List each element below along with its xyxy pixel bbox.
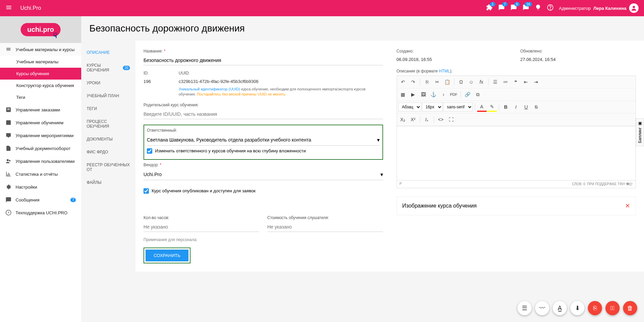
tab-registry[interactable]: РЕЕСТР ОБУЧЕННЫХ ОТ [84, 158, 133, 176]
bold-icon[interactable]: B [501, 102, 511, 112]
hours-input[interactable] [143, 222, 259, 232]
fontsize-select[interactable]: 16px [422, 103, 443, 111]
list-ol-icon[interactable]: ≔ [501, 77, 510, 87]
sidebar-item-orders[interactable]: Управление заказами [0, 103, 81, 116]
tab-plan[interactable]: УЧЕБНЫЙ ПЛАН [84, 89, 133, 102]
tab-files[interactable]: ФАЙЛЫ [84, 176, 133, 189]
notes-label: Примечания для персонала: [143, 237, 383, 242]
responsible-select[interactable]: Светлана Шавкунова, Руководитель отдела … [147, 135, 380, 146]
image-card: Изображение курса обучения ✕ [397, 196, 636, 215]
user-info[interactable]: Администратор Лера Калинина [559, 3, 639, 13]
fontfamily-select[interactable]: sans-serif [443, 103, 473, 111]
underline-icon[interactable]: U [521, 102, 531, 112]
list-ul-icon[interactable]: ☰ [491, 77, 500, 87]
strike-icon[interactable]: S [532, 102, 541, 112]
id-label: ID: [143, 71, 171, 76]
image-icon[interactable]: 🖼 [419, 90, 428, 99]
textcolor-icon[interactable]: A [477, 102, 487, 112]
tab-courses[interactable]: КУРСЫ ОБУЧЕНИЯ20 [84, 59, 133, 77]
tab-process[interactable]: ПРОЦЕСС ОБУЧЕНИЯ [84, 115, 133, 133]
chat-icon-2[interactable]: 6 [510, 4, 517, 12]
cost-label: Стоимость обучения слушателя: [267, 215, 383, 220]
badge: 7 [70, 198, 76, 202]
published-checkbox[interactable] [143, 188, 149, 194]
clear-format-icon[interactable]: Iₓ [422, 115, 432, 124]
chat-icon-3[interactable]: 16 [523, 4, 529, 12]
responsible-deep-checkbox[interactable] [147, 148, 152, 154]
indent-icon[interactable]: ⇥ [531, 77, 541, 87]
sidebar-item-support[interactable]: Техподдержка UCHI.PRO [0, 206, 81, 219]
image-card-title: Изображение курса обучения [402, 203, 477, 209]
tab-lessons[interactable]: УРОКИ [84, 77, 133, 89]
subscript-icon[interactable]: X₂ [398, 115, 408, 124]
puzzle-icon[interactable]: 1 [486, 4, 493, 12]
svg-point-3 [7, 159, 9, 161]
sidebar-item-materials[interactable]: Учебные материалы и курсы [0, 43, 81, 56]
chat-icon-1[interactable]: 7 [498, 4, 505, 12]
vendor-label: Вендор: * [143, 163, 383, 167]
uuid-value: c329b131-472b-4fac-92fe-45b3cf6b9306 [179, 78, 383, 85]
vendor-select[interactable]: Uchi.Pro ▾ [143, 169, 383, 180]
link-icon[interactable]: 🔗 [463, 90, 472, 99]
tabs-nav: ОПИСАНИЕ КУРСЫ ОБУЧЕНИЯ20 УРОКИ УЧЕБНЫЙ … [81, 41, 135, 272]
billing-tab[interactable]: Биллинг ▣ [636, 119, 644, 146]
fx-icon[interactable]: fx [477, 77, 486, 87]
responsible-highlight: Ответственный: Светлана Шавкунова, Руков… [143, 125, 383, 160]
media-icon[interactable]: ▶ [408, 90, 418, 99]
created-label: Создано: [397, 49, 512, 53]
anchor-icon[interactable]: ⚓ [429, 90, 438, 99]
menu-icon[interactable] [5, 4, 12, 12]
undo-icon[interactable]: ↶ [398, 77, 408, 87]
uuid-label: UUID: [179, 71, 383, 76]
uuid-help: Уникальный идентификатор (UUID) курса об… [179, 87, 383, 97]
close-icon[interactable]: ✕ [625, 202, 630, 210]
svg-point-1 [550, 9, 550, 9]
sidebar-item-messages[interactable]: Сообщения7 [0, 193, 81, 206]
tab-documents[interactable]: ДОКУМЕНТЫ [84, 133, 133, 146]
sidebar-item-users[interactable]: Управление пользователями [0, 155, 81, 168]
redo-icon[interactable]: ↷ [408, 77, 418, 87]
paste-icon[interactable]: 📋 [443, 77, 452, 87]
sidebar-item-learning[interactable]: Управление обучением [0, 116, 81, 129]
code-icon[interactable]: <> [436, 115, 446, 124]
help-icon[interactable] [547, 4, 554, 12]
outdent-icon[interactable]: ⇤ [521, 77, 531, 87]
copy-icon[interactable]: ⎘ [422, 77, 432, 87]
superscript-icon[interactable]: X² [408, 115, 418, 124]
tab-description[interactable]: ОПИСАНИЕ [84, 46, 133, 59]
sidebar-item-materials-sub[interactable]: Учебные материалы [0, 56, 81, 68]
tab-tags[interactable]: ТЕГИ [84, 102, 133, 115]
sidebar-item-tags[interactable]: Теги [0, 91, 81, 103]
sidebar-item-courses[interactable]: Курсы обучения [0, 68, 81, 80]
quote-icon[interactable]: ❝ [511, 77, 520, 87]
emoji-icon[interactable]: ☺ [467, 77, 476, 87]
paragraph-select[interactable]: Абзац [398, 103, 421, 111]
table-icon[interactable]: ▦ [398, 90, 408, 99]
sidebar-item-stats[interactable]: Статистика и отчёты [0, 168, 81, 180]
bgcolor-icon[interactable]: ✎ [487, 102, 497, 112]
editor-content[interactable] [397, 126, 636, 180]
fullscreen-icon[interactable]: ⛶ [446, 115, 456, 124]
parent-input[interactable] [143, 109, 383, 119]
sidebar-item-docs[interactable]: Учебный документооборот [0, 142, 81, 155]
tab-fis[interactable]: ФИС ФРДО [84, 146, 133, 158]
avatar-icon [629, 3, 639, 13]
chevron-down-icon: ▾ [377, 137, 380, 143]
sidebar-item-constructor[interactable]: Конструктор курса обучения [0, 80, 81, 91]
cost-input[interactable] [267, 222, 383, 232]
italic-icon[interactable]: I [511, 102, 521, 112]
name-input[interactable] [143, 56, 383, 65]
chevron-down-icon: ▾ [380, 171, 383, 178]
pdf-icon[interactable]: PDF [449, 90, 459, 99]
cut-icon[interactable]: ✂ [432, 77, 442, 87]
bulb-icon[interactable] [535, 4, 541, 12]
responsible-label: Ответственный: [147, 128, 380, 133]
desc-label: Описание (в формате HTML): [397, 69, 636, 73]
sidebar-item-settings[interactable]: Настройки [0, 180, 81, 193]
parent-label: Родительский курс обучения: [143, 103, 383, 107]
save-button[interactable]: СОХРАНИТЬ [146, 250, 188, 261]
sidebar-item-events[interactable]: Управление мероприятиями [0, 129, 81, 142]
omega-icon[interactable]: Ω [457, 77, 466, 87]
chevron-right-icon[interactable]: › [439, 90, 448, 99]
unlink-icon[interactable]: ⧉ [473, 90, 483, 99]
